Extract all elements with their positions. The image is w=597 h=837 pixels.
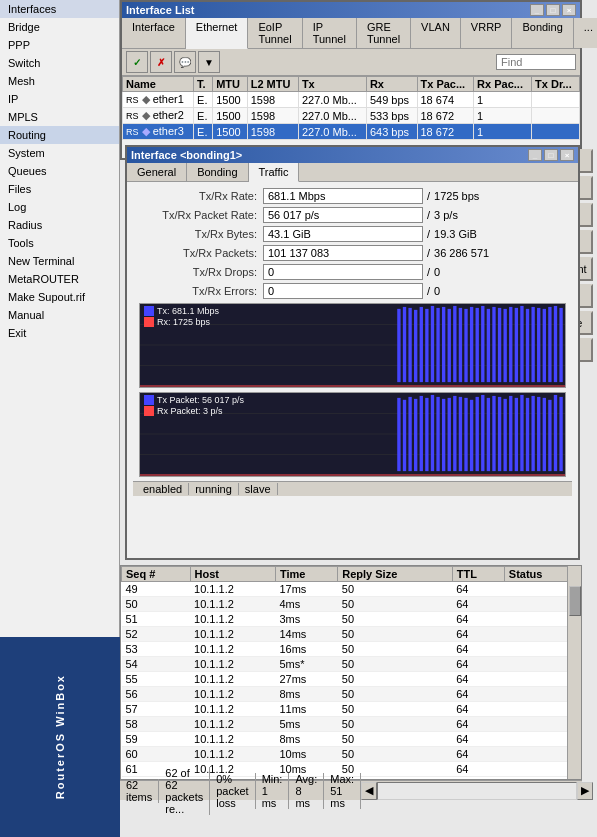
ping-table-row[interactable]: 59 10.1.1.2 8ms 50 64 <box>122 732 581 747</box>
svg-rect-15 <box>459 308 462 382</box>
tx-rx-drops-row: Tx/Rx Drops: 0 / 0 <box>133 264 572 280</box>
search-input[interactable] <box>496 54 576 70</box>
sidebar-item-ip[interactable]: IP <box>0 90 119 108</box>
sidebar-item-system[interactable]: System <box>0 144 119 162</box>
disable-toolbar-button[interactable]: ✗ <box>150 51 172 73</box>
col-seq: Seq # <box>122 567 191 582</box>
interface-table: Name T. MTU L2 MTU Tx Rx Tx Pac... Rx Pa… <box>122 76 580 140</box>
ping-table-row[interactable]: 55 10.1.1.2 27ms 50 64 <box>122 672 581 687</box>
tab-general[interactable]: General <box>127 163 187 181</box>
maximize-button[interactable]: □ <box>546 4 560 16</box>
sidebar-item-bridge[interactable]: Bridge <box>0 18 119 36</box>
dialog-content: Tx/Rx Rate: 681.1 Mbps / 1725 bps Tx/Rx … <box>127 182 578 502</box>
svg-rect-12 <box>442 307 445 382</box>
ping-table-row[interactable]: 52 10.1.1.2 14ms 50 64 <box>122 627 581 642</box>
svg-rect-46 <box>436 397 439 471</box>
svg-rect-51 <box>464 398 467 471</box>
dialog-minimize-button[interactable]: _ <box>528 149 542 161</box>
tab-traffic[interactable]: Traffic <box>249 163 300 182</box>
close-button[interactable]: × <box>562 4 576 16</box>
svg-rect-7 <box>414 310 417 382</box>
dialog-maximize-button[interactable]: □ <box>544 149 558 161</box>
minimize-button[interactable]: _ <box>530 4 544 16</box>
ping-table-row[interactable]: 60 10.1.1.2 10ms 50 64 <box>122 747 581 762</box>
ping-table-row[interactable]: 53 10.1.1.2 16ms 50 64 <box>122 642 581 657</box>
tx-rx-rate-row: Tx/Rx Rate: 681.1 Mbps / 1725 bps <box>133 188 572 204</box>
sidebar-item-interfaces[interactable]: Interfaces <box>0 0 119 18</box>
sidebar-item-tools[interactable]: Tools <box>0 234 119 252</box>
svg-rect-13 <box>448 309 451 382</box>
svg-rect-40 <box>403 400 406 471</box>
svg-rect-6 <box>408 308 411 382</box>
tab-interface[interactable]: Interface <box>122 18 186 48</box>
filter-button[interactable]: ▼ <box>198 51 220 73</box>
bandwidth-chart-legend: Tx: 681.1 Mbps Rx: 1725 bps <box>144 306 219 328</box>
scrollbar-thumb[interactable] <box>569 586 581 616</box>
table-row[interactable]: RS ◆ ether1 E. 1500 1598 227.0 Mb... 549… <box>123 92 580 108</box>
comment-toolbar-button[interactable]: 💬 <box>174 51 196 73</box>
sidebar-item-new-terminal[interactable]: New Terminal <box>0 252 119 270</box>
tab-vrrp[interactable]: VRRP <box>461 18 513 48</box>
sidebar-item-make-supout[interactable]: Make Supout.rif <box>0 288 119 306</box>
sidebar-item-mesh[interactable]: Mesh <box>0 72 119 90</box>
tab-ip-tunnel[interactable]: IP Tunnel <box>303 18 357 48</box>
svg-rect-21 <box>492 307 495 382</box>
interface-list-title-bar: Interface List _ □ × <box>122 2 580 18</box>
packet-rate-chart-legend: Tx Packet: 56 017 p/s Rx Packet: 3 p/s <box>144 395 244 417</box>
scroll-left-button[interactable]: ◀ <box>361 782 377 800</box>
sidebar-item-log[interactable]: Log <box>0 198 119 216</box>
ping-table-row[interactable]: 57 10.1.1.2 11ms 50 64 <box>122 702 581 717</box>
col-reply-size: Reply Size <box>338 567 452 582</box>
interface-list-toolbar: ✓ ✗ 💬 ▼ <box>122 49 580 76</box>
tab-ethernet[interactable]: Ethernet <box>186 18 249 49</box>
svg-rect-20 <box>487 309 490 382</box>
ping-table-row[interactable]: 58 10.1.1.2 5ms 50 64 <box>122 717 581 732</box>
horizontal-scrollbar[interactable]: ◀ ▶ <box>361 782 593 800</box>
tx-rx-packet-rate-row: Tx/Rx Packet Rate: 56 017 p/s / 3 p/s <box>133 207 572 223</box>
svg-rect-10 <box>431 306 434 382</box>
scroll-right-button[interactable]: ▶ <box>577 782 593 800</box>
ping-scrollbar[interactable] <box>567 566 581 779</box>
ping-table-row[interactable]: 56 10.1.1.2 8ms 50 64 <box>122 687 581 702</box>
table-row[interactable]: RS ◆ ether2 E. 1500 1598 227.0 Mb... 533… <box>123 108 580 124</box>
svg-rect-31 <box>548 307 551 382</box>
tab-eoip-tunnel[interactable]: EoIP Tunnel <box>248 18 302 48</box>
interface-list-window: Interface List _ □ × Interface Ethernet … <box>120 0 582 160</box>
tab-bonding[interactable]: Bonding <box>512 18 573 48</box>
interface-list-tabs: Interface Ethernet EoIP Tunnel IP Tunnel… <box>122 18 580 49</box>
ping-table-row[interactable]: 50 10.1.1.2 4ms 50 64 <box>122 597 581 612</box>
sidebar-item-radius[interactable]: Radius <box>0 216 119 234</box>
bandwidth-chart: Tx: 681.1 Mbps Rx: 1725 bps <box>139 303 566 388</box>
tab-more[interactable]: ... <box>574 18 597 48</box>
svg-rect-45 <box>431 395 434 471</box>
ping-window: Seq # Host Time Reply Size TTL Status 49… <box>120 565 582 780</box>
tx-rx-bytes-row: Tx/Rx Bytes: 43.1 GiB / 19.3 GiB <box>133 226 572 242</box>
svg-rect-54 <box>481 395 484 471</box>
sidebar-item-manual[interactable]: Manual <box>0 306 119 324</box>
sidebar-item-files[interactable]: Files <box>0 180 119 198</box>
col-host: Host <box>190 567 275 582</box>
ping-table-row[interactable]: 49 10.1.1.2 17ms 50 64 <box>122 582 581 597</box>
ping-table-row[interactable]: 51 10.1.1.2 3ms 50 64 <box>122 612 581 627</box>
sidebar-item-queues[interactable]: Queues <box>0 162 119 180</box>
svg-rect-33 <box>559 308 562 382</box>
sidebar-item-exit[interactable]: Exit <box>0 324 119 342</box>
sidebar-item-switch[interactable]: Switch <box>0 54 119 72</box>
status-max-time: Max: 51 ms <box>324 773 361 809</box>
tab-gre-tunnel[interactable]: GRE Tunnel <box>357 18 411 48</box>
ping-table-row[interactable]: 54 10.1.1.2 5ms* 50 64 <box>122 657 581 672</box>
table-row[interactable]: RS ◆ ether3 E. 1500 1598 227.0 Mb... 643… <box>123 124 580 140</box>
svg-rect-56 <box>492 396 495 471</box>
sidebar-item-routing[interactable]: Routing <box>0 126 119 144</box>
sidebar-item-metarouter[interactable]: MetaROUTER <box>0 270 119 288</box>
tab-vlan[interactable]: VLAN <box>411 18 461 48</box>
status-enabled: enabled <box>137 483 189 495</box>
svg-rect-58 <box>503 399 506 471</box>
dialog-close-button[interactable]: × <box>560 149 574 161</box>
sidebar-item-mpls[interactable]: MPLS <box>0 108 119 126</box>
enable-button[interactable]: ✓ <box>126 51 148 73</box>
status-running: running <box>189 483 239 495</box>
tab-bonding-dialog[interactable]: Bonding <box>187 163 248 181</box>
sidebar-item-ppp[interactable]: PPP <box>0 36 119 54</box>
svg-rect-29 <box>537 308 540 382</box>
